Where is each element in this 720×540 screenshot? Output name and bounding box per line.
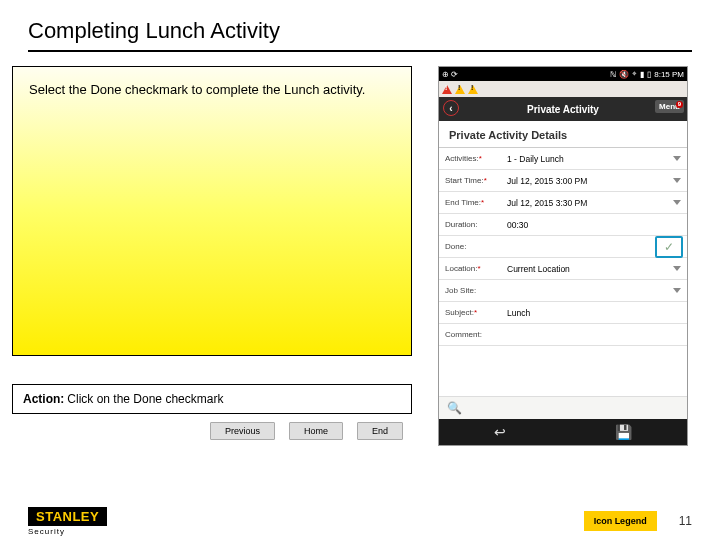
phone-mock: ⊕ ⟳ ℕ 🔇 ⌖ ▮ ▯ 8:15 PM ‹ Private Activity… (438, 66, 688, 446)
app-header: ‹ Private Activity Menu 9 (439, 97, 687, 121)
menu-button[interactable]: Menu 9 (655, 100, 684, 113)
chevron-down-icon (673, 156, 681, 161)
footer: STANLEY Security Icon Legend 11 (0, 502, 720, 540)
warning-icon (468, 85, 478, 94)
row-activities[interactable]: Activities:* 1 - Daily Lunch (439, 148, 687, 170)
alert-row (439, 81, 687, 97)
home-button[interactable]: Home (289, 422, 343, 440)
row-location[interactable]: Location:* Current Location (439, 258, 687, 280)
chevron-down-icon (673, 178, 681, 183)
back-nav-icon[interactable]: ↩ (494, 424, 506, 440)
gps-icon: ⌖ (632, 69, 637, 79)
back-icon[interactable]: ‹ (443, 100, 459, 116)
action-bar: Action: Click on the Done checkmark (12, 384, 412, 414)
page-number: 11 (679, 514, 692, 528)
clock-text: 8:15 PM (654, 70, 684, 79)
row-subject[interactable]: Subject:* Lunch (439, 302, 687, 324)
alert-icon (442, 85, 452, 94)
warning-icon (455, 85, 465, 94)
plus-icon: ⊕ (442, 70, 449, 79)
row-comment[interactable]: Comment: (439, 324, 687, 346)
done-checkmark[interactable]: ✓ (655, 236, 683, 258)
instruction-panel: Select the Done checkmark to complete th… (12, 66, 412, 356)
row-end[interactable]: End Time:* Jul 12, 2015 3:30 PM (439, 192, 687, 214)
chevron-down-icon (673, 266, 681, 271)
header-title: Private Activity (527, 104, 599, 115)
nav-row: Previous Home End (210, 422, 403, 440)
android-status-bar: ⊕ ⟳ ℕ 🔇 ⌖ ▮ ▯ 8:15 PM (439, 67, 687, 81)
battery-icon: ▯ (647, 70, 651, 79)
previous-button[interactable]: Previous (210, 422, 275, 440)
nfc-icon: ℕ (610, 70, 616, 79)
refresh-icon: ⟳ (451, 70, 458, 79)
nav-bar: ↩ 💾 (439, 419, 687, 445)
row-jobsite[interactable]: Job Site: (439, 280, 687, 302)
mute-icon: 🔇 (619, 70, 629, 79)
search-icon[interactable]: 🔍 (439, 396, 687, 419)
title-rule (28, 50, 692, 52)
page-title: Completing Lunch Activity (0, 0, 720, 50)
action-text: Click on the Done checkmark (67, 392, 223, 406)
chevron-down-icon (673, 200, 681, 205)
check-icon: ✓ (664, 240, 674, 254)
row-done: Done: ✓ (439, 236, 687, 258)
row-start[interactable]: Start Time:* Jul 12, 2015 3:00 PM (439, 170, 687, 192)
action-label: Action: (23, 392, 64, 406)
chevron-down-icon (673, 288, 681, 293)
brand-logo: STANLEY Security (28, 507, 107, 536)
row-duration: Duration: 00:30 (439, 214, 687, 236)
signal-icon: ▮ (640, 70, 644, 79)
save-icon[interactable]: 💾 (615, 424, 632, 440)
icon-legend-button[interactable]: Icon Legend (584, 511, 657, 531)
menu-badge: 9 (676, 101, 683, 108)
end-button[interactable]: End (357, 422, 403, 440)
panel-title: Private Activity Details (439, 121, 687, 148)
content: Select the Done checkmark to complete th… (0, 66, 720, 486)
instruction-text: Select the Done checkmark to complete th… (29, 82, 365, 97)
